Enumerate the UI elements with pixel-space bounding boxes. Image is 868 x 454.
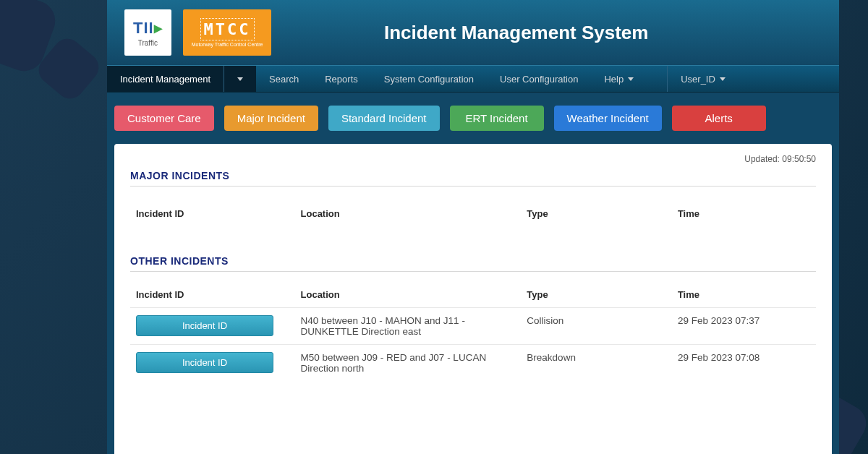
caret-down-icon (628, 77, 634, 81)
nav-user-label: User_ID (681, 74, 715, 85)
table-row: Incident ID N40 between J10 - MAHON and … (130, 308, 816, 345)
nav-reports[interactable]: Reports (312, 66, 371, 92)
ert-incident-button[interactable]: ERT Incident (450, 106, 544, 131)
updated-timestamp: Updated: 09:50:50 (130, 154, 816, 164)
alerts-button[interactable]: Alerts (672, 106, 766, 131)
content-area: Customer Care Major Incident Standard In… (107, 93, 839, 454)
table-row: Incident ID M50 between J09 - RED and J0… (130, 345, 816, 382)
navbar: Incident Management Search Reports Syste… (107, 65, 839, 93)
nav-incident-dropdown[interactable] (224, 66, 256, 92)
col-time: Time (672, 276, 816, 308)
nav-search[interactable]: Search (256, 66, 312, 92)
major-incidents-table: Incident ID Location Type Time (130, 191, 816, 228)
cell-type: Breakdown (521, 345, 672, 382)
col-location: Location (295, 276, 522, 308)
mtcc-logo: MTCC Motorway Traffic Control Centre (183, 9, 272, 56)
app-title: Incident Management System (283, 22, 822, 44)
other-incidents-table: Incident ID Location Type Time Incident … (130, 276, 816, 381)
col-incident-id: Incident ID (130, 191, 295, 228)
cell-location: N40 between J10 - MAHON and J11 - DUNKET… (295, 308, 522, 345)
nav-help[interactable]: Help (591, 66, 647, 92)
incident-id-button[interactable]: Incident ID (136, 315, 273, 336)
cell-time: 29 Feb 2023 07:37 (672, 308, 816, 345)
cell-location: M50 between J09 - RED and J07 - LUCAN Di… (295, 345, 522, 382)
nav-system-configuration[interactable]: System Configuration (371, 66, 487, 92)
nav-label: Help (604, 74, 624, 85)
action-row: Customer Care Major Incident Standard In… (114, 106, 832, 131)
other-incidents-heading: OTHER INCIDENTS (130, 255, 816, 272)
tii-logo: TII▸ Traffic (124, 9, 171, 56)
cell-time: 29 Feb 2023 07:08 (672, 345, 816, 382)
col-time: Time (672, 191, 816, 228)
weather-incident-button[interactable]: Weather Incident (554, 106, 662, 131)
major-incidents-heading: MAJOR INCIDENTS (130, 170, 816, 187)
topbar: TII▸ Traffic MTCC Motorway Traffic Contr… (107, 0, 839, 65)
customer-care-button[interactable]: Customer Care (114, 106, 214, 131)
caret-down-icon (237, 77, 243, 81)
incidents-panel: Updated: 09:50:50 MAJOR INCIDENTS Incide… (114, 144, 832, 454)
col-incident-id: Incident ID (130, 276, 295, 308)
incident-id-button[interactable]: Incident ID (136, 352, 273, 373)
caret-down-icon (720, 77, 726, 81)
col-type: Type (521, 191, 672, 228)
nav-label: Incident Management (120, 74, 210, 85)
standard-incident-button[interactable]: Standard Incident (328, 106, 440, 131)
app-window: TII▸ Traffic MTCC Motorway Traffic Contr… (107, 0, 839, 454)
nav-user-configuration[interactable]: User Configuration (487, 66, 591, 92)
major-incident-button[interactable]: Major Incident (224, 106, 318, 131)
col-location: Location (295, 191, 522, 228)
nav-user-menu[interactable]: User_ID (667, 66, 739, 92)
col-type: Type (521, 276, 672, 308)
cell-type: Collision (521, 308, 672, 345)
nav-incident-management[interactable]: Incident Management (107, 66, 224, 92)
